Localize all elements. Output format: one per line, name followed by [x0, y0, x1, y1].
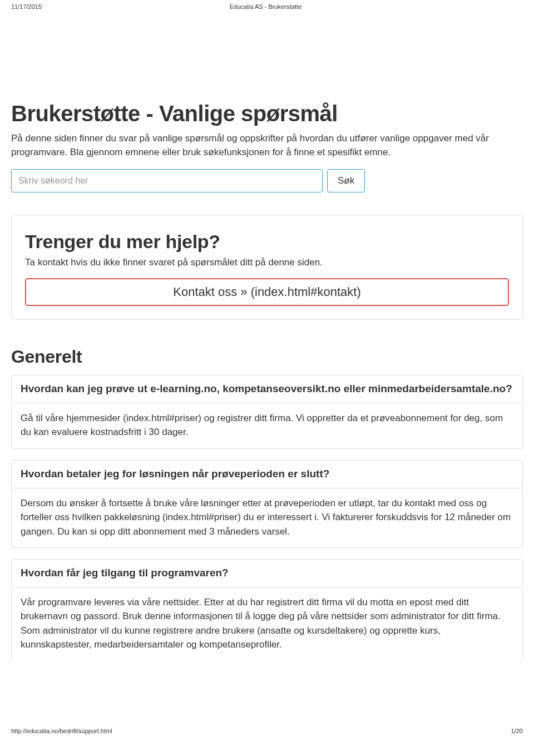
- help-title: Trenger du mer hjelp?: [25, 231, 509, 253]
- page-intro: På denne siden finner du svar på vanlige…: [11, 132, 523, 159]
- faq-item: Hvordan får jeg tilgang til programvaren…: [11, 559, 523, 661]
- faq-answer: Dersom du ønsker å fortsette å bruke vår…: [11, 488, 523, 549]
- faq-question[interactable]: Hvordan kan jeg prøve ut e-learning.no, …: [11, 375, 523, 403]
- search-button[interactable]: Søk: [327, 169, 365, 192]
- search-input[interactable]: [11, 169, 323, 192]
- faq-item: Hvordan kan jeg prøve ut e-learning.no, …: [11, 375, 523, 449]
- help-panel: Trenger du mer hjelp? Ta kontakt hvis du…: [11, 215, 523, 320]
- print-url: http://educatia.no/bedrift/support.html: [11, 728, 112, 734]
- print-page: 1/20: [511, 728, 523, 734]
- section-title: Generelt: [11, 347, 523, 367]
- print-header: 11/17/2015 Educatia AS - Brukerstøtte: [0, 0, 534, 12]
- print-title: Educatia AS - Brukerstøtte: [230, 3, 302, 10]
- faq-answer: Vår programvare leveres via våre nettsid…: [11, 587, 523, 661]
- print-footer: http://educatia.no/bedrift/support.html …: [0, 683, 534, 739]
- contact-button[interactable]: Kontakt oss » (index.html#kontakt): [25, 278, 509, 306]
- help-subtitle: Ta kontakt hvis du ikke finner svaret på…: [25, 257, 509, 268]
- page-title: Brukerstøtte - Vanlige spørsmål: [11, 101, 523, 126]
- search-row: Søk: [11, 169, 523, 192]
- faq-question[interactable]: Hvordan betaler jeg for løsningen når pr…: [11, 460, 523, 488]
- faq-item: Hvordan betaler jeg for løsningen når pr…: [11, 460, 523, 548]
- print-date: 11/17/2015: [11, 3, 42, 10]
- faq-question[interactable]: Hvordan får jeg tilgang til programvaren…: [11, 559, 523, 587]
- faq-answer: Gå til våre hjemmesider (index.html#pris…: [11, 403, 523, 449]
